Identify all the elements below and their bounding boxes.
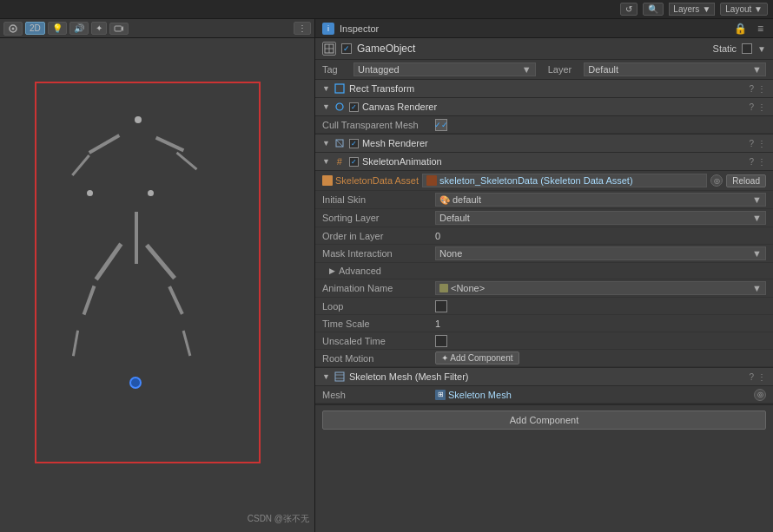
rect-transform-header[interactable]: ▼ Rect Transform ? ⋮: [315, 80, 773, 98]
cull-transparent-row: Cull Transparent Mesh ✓: [315, 116, 773, 134]
skeleton-bone-center1: [87, 190, 93, 196]
skeleton-data-label: SkeletonData Asset: [322, 175, 419, 186]
search-button[interactable]: 🔍: [643, 3, 664, 16]
skeleton-foot-l: [72, 330, 79, 356]
layer-dropdown[interactable]: Default ▼: [584, 62, 766, 76]
mesh-renderer-icon: [334, 137, 346, 149]
canvas-renderer-help-button[interactable]: ?: [749, 102, 754, 112]
gameobject-icon: [322, 42, 336, 56]
add-component-button[interactable]: Add Component: [322, 410, 766, 430]
tag-label: Tag: [322, 64, 348, 75]
undo-button[interactable]: ↺: [620, 3, 638, 16]
inspector-header: i Inspector 🔒 ≡: [315, 19, 773, 38]
mesh-renderer-checkbox[interactable]: [349, 139, 359, 148]
loop-label: Loop: [322, 301, 435, 312]
skeleton-animation-name: SkeletonAnimation: [362, 156, 746, 167]
unscaled-time-checkbox[interactable]: [435, 335, 447, 347]
mesh-renderer-settings-button[interactable]: ⋮: [757, 139, 766, 148]
layer-label: Layer: [548, 64, 572, 75]
skeleton-animation-settings-button[interactable]: ⋮: [757, 157, 766, 167]
sorting-layer-arrow-icon: ▼: [752, 213, 762, 223]
sorting-layer-row: Sorting Layer Default ▼: [315, 209, 773, 227]
mesh-renderer-help-button[interactable]: ?: [749, 139, 754, 148]
svg-rect-2: [115, 26, 122, 31]
rect-transform-settings-button[interactable]: ⋮: [757, 84, 766, 94]
svg-rect-7: [335, 84, 344, 93]
mask-interaction-dropdown[interactable]: None ▼: [435, 246, 766, 260]
scene-audio-button[interactable]: 🔊: [69, 22, 89, 35]
skeleton-leg-r1: [145, 244, 176, 280]
canvas-renderer-header[interactable]: ▼ Canvas Renderer ? ⋮: [315, 98, 773, 116]
reload-button[interactable]: Reload: [726, 174, 766, 187]
tag-dropdown[interactable]: Untagged ▼: [353, 62, 536, 76]
loop-checkbox[interactable]: [435, 300, 447, 312]
scene-more-button[interactable]: ⋮: [294, 22, 311, 35]
mesh-renderer-arrow-icon: ▼: [322, 139, 330, 148]
scene-2d-button[interactable]: 2D: [25, 22, 45, 35]
mask-interaction-row: Mask Interaction None ▼: [315, 245, 773, 263]
root-motion-row: Root Motion ✦ Add Component: [315, 350, 773, 367]
scene-hand-tool[interactable]: [3, 22, 23, 36]
skeleton-bone-3: [71, 154, 90, 176]
skeleton-mesh-filter-icon: [334, 371, 346, 383]
mesh-icon: ⊞: [435, 390, 446, 400]
canvas-renderer-settings-button[interactable]: ⋮: [757, 102, 766, 112]
mesh-value-text: Skeleton Mesh: [448, 390, 512, 400]
gameobject-row: GameObject Static ▼: [315, 38, 773, 60]
initial-skin-dropdown[interactable]: 🎨 default ▼: [435, 193, 766, 207]
skeleton-data-picker-button[interactable]: ◎: [710, 174, 723, 187]
cull-transparent-checkbox[interactable]: ✓: [435, 119, 447, 131]
rect-transform-help-button[interactable]: ?: [749, 84, 754, 94]
order-in-layer-label: Order in Layer: [322, 231, 435, 241]
svg-line-10: [336, 140, 343, 147]
layer-value: Default: [588, 64, 618, 75]
layer-arrow-icon: ▼: [752, 64, 762, 75]
skeleton-leg-l2: [83, 286, 96, 315]
advanced-section-header[interactable]: ▶ Advanced: [315, 263, 773, 279]
canvas-renderer-checkbox[interactable]: [349, 102, 359, 112]
skeleton-mesh-filter-header[interactable]: ▼ Skeleton Mesh (Mesh Filter) ? ⋮: [315, 368, 773, 386]
mesh-row: Mesh ⊞ Skeleton Mesh ◎: [315, 386, 773, 404]
layers-dropdown[interactable]: Layers ▼: [669, 3, 715, 16]
sorting-layer-dropdown[interactable]: Default ▼: [435, 211, 766, 225]
mesh-picker-button[interactable]: ◎: [754, 389, 766, 401]
skeleton-animation-header[interactable]: ▼ # SkeletonAnimation ? ⋮: [315, 153, 773, 171]
skeleton-mesh-filter-help-button[interactable]: ?: [749, 372, 754, 382]
skeleton-spine: [135, 212, 138, 264]
inspector-menu-button[interactable]: ≡: [755, 23, 766, 35]
mesh-renderer-header[interactable]: ▼ Mesh Renderer ? ⋮: [315, 135, 773, 153]
animation-name-dropdown[interactable]: <None> ▼: [435, 281, 766, 295]
unscaled-time-label: Unscaled Time: [322, 336, 435, 346]
gameobject-active-checkbox[interactable]: [341, 43, 352, 54]
initial-skin-row: Initial Skin 🎨 default ▼: [315, 191, 773, 209]
tag-arrow-icon: ▼: [522, 64, 532, 75]
gameobject-name: GameObject: [357, 43, 708, 55]
advanced-arrow-icon: ▶: [329, 266, 335, 275]
skeleton-data-value: skeleton_SkeletonData (Skeleton Data Ass…: [422, 174, 707, 187]
animation-name-arrow-icon: ▼: [752, 283, 762, 293]
skeleton-animation-help-button[interactable]: ?: [749, 157, 754, 167]
animation-name-row: Animation Name <None> ▼: [315, 279, 773, 298]
top-toolbar: ↺ 🔍 Layers ▼ Layout ▼: [0, 0, 773, 19]
inspector-lock-button[interactable]: 🔒: [731, 23, 750, 35]
mesh-renderer-name: Mesh Renderer: [362, 138, 746, 148]
root-motion-label: Root Motion: [322, 353, 435, 364]
cull-transparent-label: Cull Transparent Mesh: [322, 120, 435, 130]
rect-transform-arrow-icon: ▼: [322, 84, 330, 93]
scene-light-button[interactable]: 💡: [48, 22, 67, 35]
static-dropdown[interactable]: ▼: [757, 44, 766, 54]
loop-row: Loop: [315, 298, 773, 315]
scene-effect-button[interactable]: ✦: [91, 22, 107, 35]
scene-toolbar: 2D 💡 🔊 ✦ ⋮: [0, 19, 314, 38]
canvas-renderer-body: Cull Transparent Mesh ✓: [315, 116, 773, 135]
skeleton-mesh-filter-settings-button[interactable]: ⋮: [757, 372, 766, 382]
layers-arrow-icon: ▼: [702, 4, 710, 14]
add-component-inline-button[interactable]: ✦ Add Component: [435, 351, 519, 365]
skeleton-animation-checkbox[interactable]: [349, 157, 359, 167]
static-checkbox[interactable]: [742, 43, 752, 54]
skeleton-foot-r: [182, 331, 192, 357]
layout-dropdown[interactable]: Layout ▼: [720, 3, 768, 16]
advanced-label: Advanced: [339, 266, 381, 276]
animation-name-label: Animation Name: [322, 283, 435, 293]
scene-camera-button[interactable]: [109, 23, 129, 35]
